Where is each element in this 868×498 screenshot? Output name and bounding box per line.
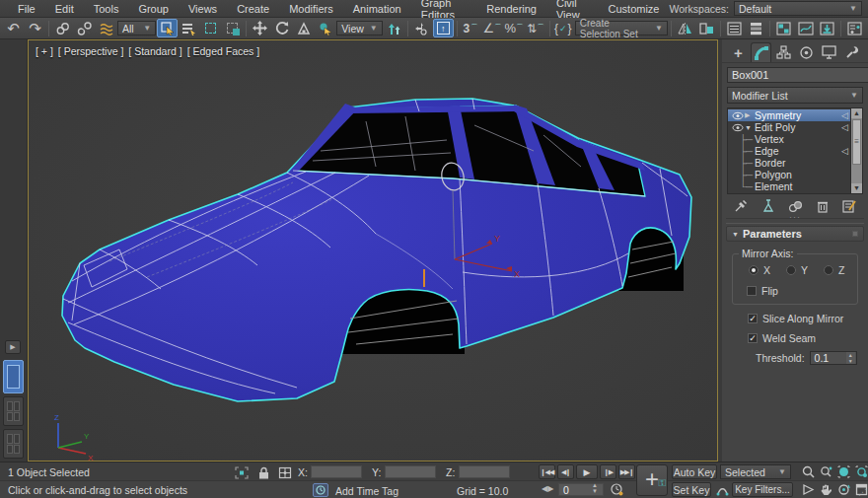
unlink-selection-icon[interactable] [74, 19, 95, 37]
weld-seam-checkbox[interactable]: ✓ [748, 333, 758, 343]
pan-view-icon[interactable] [817, 482, 834, 497]
key-filters-button[interactable]: Key Filters... [732, 482, 793, 497]
set-keys-button[interactable]: + [636, 464, 668, 496]
coordinate-system-dropdown[interactable]: View▼ [336, 21, 383, 36]
menu-rendering[interactable]: Rendering [476, 3, 546, 15]
select-and-manipulate-icon[interactable] [315, 19, 335, 37]
stack-scrollbar[interactable]: ▲ ≡ ▼ [850, 108, 862, 193]
stack-row-edge[interactable]: ├─Edge◁ [728, 145, 850, 157]
stack-row-vertex[interactable]: ├─Vertex [728, 133, 850, 145]
stack-row-polygon[interactable]: ├─Polygon [728, 169, 850, 180]
menu-tools[interactable]: Tools [84, 3, 129, 15]
radio-z-dot[interactable] [824, 265, 833, 275]
menu-file[interactable]: File [8, 3, 45, 15]
field-of-view-icon[interactable] [799, 482, 817, 497]
radio-axis-x[interactable]: X [749, 264, 770, 276]
viewport-layout-tab-quad-2[interactable] [3, 429, 24, 459]
go-to-start-icon[interactable]: ❙◀◀ [539, 464, 555, 479]
tab-modify-icon[interactable] [751, 42, 771, 62]
expand-panel-arrow-icon[interactable]: ▶ [5, 340, 21, 354]
viewport-menu-general[interactable]: [ + ] [36, 45, 53, 57]
workspaces-dropdown[interactable]: Default▼ [734, 1, 862, 16]
threshold-spinner[interactable]: 0.1 ▲▼ [810, 351, 857, 365]
auto-key-button[interactable]: Auto Key [672, 464, 717, 479]
tab-create-icon[interactable]: + [728, 42, 749, 62]
next-frame-icon[interactable]: ❙▶ [600, 464, 616, 479]
parameters-rollout-header[interactable]: ▼ Parameters [726, 226, 864, 242]
menu-animation[interactable]: Animation [343, 3, 411, 15]
select-object-icon[interactable] [157, 19, 178, 37]
edit-named-selection-sets-icon[interactable]: {✓} [553, 19, 574, 37]
menu-views[interactable]: Views [179, 3, 227, 15]
select-and-move-icon[interactable] [250, 19, 270, 37]
tab-display-icon[interactable] [819, 42, 839, 62]
keyboard-shortcut-override-icon[interactable]: ↑ [433, 19, 454, 37]
add-time-tag-label[interactable]: Add Time Tag [335, 485, 398, 497]
snaps-toggle-3d-icon[interactable]: 3⌒ [461, 19, 481, 37]
new-key-filter-icon[interactable] [714, 482, 732, 497]
use-pivot-point-center-icon[interactable] [384, 19, 404, 37]
play-animation-icon[interactable]: ▶ [576, 464, 598, 479]
z-coordinate-field[interactable] [459, 465, 510, 478]
remove-modifier-icon[interactable] [814, 198, 832, 214]
modifier-list-dropdown[interactable]: Modifier List▼ [727, 87, 863, 104]
object-name-field[interactable] [727, 67, 868, 83]
selection-set-filter-dropdown[interactable]: Selected▼ [720, 464, 791, 479]
angle-snap-icon[interactable]: ∠⌒ [482, 19, 503, 37]
material-editor-icon[interactable] [773, 19, 794, 37]
render-setup-icon[interactable] [817, 19, 837, 37]
absolute-offset-mode-icon[interactable] [276, 465, 294, 480]
zoom-extents-icon[interactable] [834, 464, 852, 479]
selection-lock-icon[interactable] [254, 465, 272, 480]
viewport-layout-tab-single[interactable] [3, 360, 24, 393]
scene-explorer-icon[interactable] [724, 19, 745, 37]
isolate-selection-icon[interactable] [233, 465, 251, 480]
curve-editor-icon[interactable] [795, 19, 816, 37]
rectangular-selection-region-icon[interactable] [200, 19, 221, 37]
collapse-arrow-icon[interactable]: ▼ [745, 124, 755, 131]
orbit-icon[interactable] [834, 482, 852, 497]
bind-to-space-warp-icon[interactable] [96, 19, 116, 37]
select-and-scale-icon[interactable] [293, 19, 314, 37]
y-coordinate-field[interactable] [385, 465, 436, 478]
zoom-icon[interactable] [799, 464, 817, 479]
radio-axis-z[interactable]: Z [824, 264, 844, 276]
named-selection-set-dropdown[interactable]: Create Selection Set▼ [575, 21, 668, 36]
select-and-place-icon[interactable] [411, 19, 432, 37]
redo-icon[interactable]: ↷ [25, 19, 45, 37]
stack-row-border[interactable]: ├─Border [728, 157, 850, 169]
selection-filter-dropdown[interactable]: All▼ [117, 21, 156, 36]
frame-spinner-icon[interactable]: ▲▼ [592, 482, 598, 494]
select-by-name-icon[interactable] [179, 19, 199, 37]
layer-explorer-icon[interactable] [746, 19, 766, 37]
key-mode-toggle-icon[interactable]: ◀▶ [542, 484, 553, 493]
tab-utilities-icon[interactable] [841, 42, 862, 62]
undo-icon[interactable]: ↶ [3, 19, 24, 37]
rendered-frame-window-icon[interactable] [844, 19, 865, 37]
flip-checkbox[interactable] [747, 286, 757, 296]
previous-frame-icon[interactable]: ◀❙ [557, 464, 574, 479]
set-key-button[interactable]: Set Key [672, 482, 711, 497]
zoom-all-icon[interactable] [817, 464, 834, 479]
window-resize-grip[interactable]: ⋰ [858, 487, 867, 497]
go-to-end-icon[interactable]: ▶▶❙ [618, 464, 635, 479]
scroll-thumb[interactable]: ≡ [852, 119, 861, 165]
mirror-icon[interactable] [675, 19, 695, 37]
zoom-extents-all-icon[interactable] [852, 464, 868, 479]
percent-snap-icon[interactable]: %⌒ [504, 19, 525, 37]
viewport-menu-style[interactable]: [ Standard ] [128, 45, 181, 57]
menu-create[interactable]: Create [227, 3, 279, 15]
panel-splitter[interactable] [726, 218, 864, 224]
stack-row-symmetry[interactable]: ▶ Symmetry ◁ [728, 109, 850, 121]
perspective-viewport[interactable]: Y X Z Y X [ + ] [ Perspective ] [ Standa… [28, 39, 718, 462]
menu-modifiers[interactable]: Modifiers [279, 3, 343, 15]
visibility-eye-icon[interactable] [731, 111, 745, 120]
viewport-menu-pov[interactable]: [ Perspective ] [58, 45, 124, 57]
x-coordinate-field[interactable] [311, 465, 362, 478]
menu-edit[interactable]: Edit [45, 3, 84, 15]
tab-motion-icon[interactable] [796, 42, 817, 62]
spinner-arrows-icon[interactable]: ▲▼ [846, 352, 855, 364]
select-and-rotate-icon[interactable] [271, 19, 292, 37]
radio-x-dot[interactable] [749, 265, 759, 275]
menu-group[interactable]: Group [128, 3, 179, 15]
